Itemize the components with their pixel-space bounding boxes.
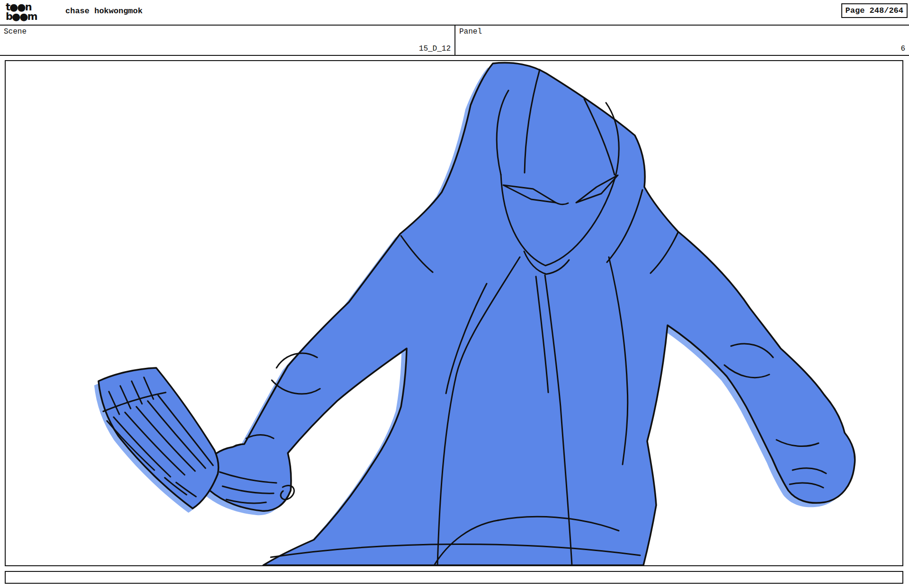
storyboard-frame xyxy=(5,60,903,566)
character-silhouette xyxy=(203,63,855,565)
toonboom-logo: t●●n b●●m xyxy=(6,2,37,21)
project-title: chase hokwongmok xyxy=(65,7,143,16)
storyboard-page: t●●n b●●m chase hokwongmok Page 248/264 … xyxy=(0,0,909,588)
logo-line-1: t●●n xyxy=(6,2,37,12)
page-header: t●●n b●●m chase hokwongmok Page 248/264 xyxy=(0,0,909,26)
caption-row xyxy=(5,571,903,584)
scene-panel-row: Scene 15_D_12 Panel 6 xyxy=(0,26,909,56)
panel-label: Panel xyxy=(459,27,482,36)
logo-line-2: b●●m xyxy=(6,12,37,21)
scene-label: Scene xyxy=(4,27,27,36)
scene-value: 15_D_12 xyxy=(419,45,451,53)
scene-cell: Scene 15_D_12 xyxy=(0,26,455,55)
panel-value: 6 xyxy=(900,45,905,53)
panel-cell: Panel 6 xyxy=(455,26,909,55)
storyboard-drawing xyxy=(6,61,902,565)
page-number-box: Page 248/264 xyxy=(841,3,908,18)
